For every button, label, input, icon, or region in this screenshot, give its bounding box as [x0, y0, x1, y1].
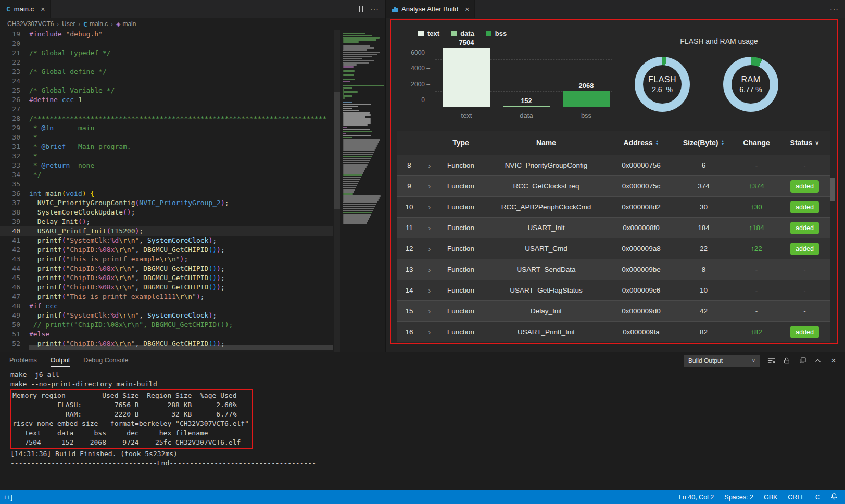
output-channel-select[interactable]: Build Output ∨ — [684, 355, 760, 367]
tab-analyse-after-build[interactable]: Analyse After Build × — [386, 0, 475, 18]
scrollbar-thumb[interactable] — [334, 92, 340, 209]
breadcrumb-item[interactable]: main.c — [90, 20, 108, 28]
code-line[interactable]: 50 // printf("ChipID:%08x\r\n", DBGMCU_G… — [0, 320, 333, 330]
minimap-line — [343, 95, 352, 97]
status-left[interactable]: ++] — [0, 494, 12, 501]
code-line[interactable]: 41 printf("SystemClk:%d\r\n", SystemCore… — [0, 236, 333, 245]
minimap[interactable] — [341, 30, 385, 352]
code-line[interactable]: 36int main(void) { — [0, 189, 333, 198]
more-actions-icon[interactable]: ··· — [370, 5, 379, 14]
clear-output-icon[interactable] — [767, 357, 775, 365]
code-line[interactable]: 40 USART_Printf_Init(115200); — [0, 226, 333, 236]
expand-chevron-icon[interactable]: › — [421, 223, 438, 232]
status-item-crlf[interactable]: CRLF — [788, 494, 805, 501]
notifications-bell-icon[interactable] — [830, 493, 838, 501]
breadcrumb-item[interactable]: main — [122, 20, 136, 28]
cell-address: 0x00000756 — [609, 161, 674, 169]
lock-icon[interactable] — [783, 357, 791, 365]
code-line[interactable]: 29 * @fn main — [0, 123, 333, 133]
status-item-gbk[interactable]: GBK — [764, 494, 777, 501]
code-line[interactable]: 21/* Global typedef */ — [0, 48, 333, 58]
expand-chevron-icon[interactable]: › — [421, 265, 438, 274]
code-line[interactable]: 34 */ — [0, 170, 333, 180]
panel-tab-problems[interactable]: Problems — [9, 355, 37, 366]
minimap-line — [343, 189, 355, 191]
code-text: * — [29, 133, 333, 142]
table-scrollbar[interactable] — [830, 178, 835, 201]
code-area: 19#include "debug.h"2021/* Global typede… — [0, 30, 333, 348]
column-header-sizebyte[interactable]: Size(Byte)▲▼ — [674, 138, 734, 147]
expand-chevron-icon[interactable]: › — [421, 327, 438, 336]
expand-chevron-icon[interactable]: › — [421, 244, 438, 253]
sort-icon[interactable]: ▲▼ — [655, 140, 659, 146]
editor-vertical-scrollbar[interactable] — [334, 30, 340, 352]
close-icon[interactable]: × — [465, 5, 469, 14]
code-line[interactable]: 19#include "debug.h" — [0, 30, 333, 39]
column-header-status[interactable]: Status∨ — [779, 138, 830, 147]
code-line[interactable]: 27 — [0, 105, 333, 114]
status-item-ln-40-col-2[interactable]: Ln 40, Col 2 — [679, 494, 714, 501]
code-line[interactable]: 35 — [0, 180, 333, 189]
code-line[interactable]: 37 NVIC_PriorityGroupConfig(NVIC_Priorit… — [0, 198, 333, 208]
cell-type: Function — [438, 203, 484, 211]
table-row[interactable]: 10›FunctionRCC_APB2PeriphClockCmd0x00000… — [397, 196, 830, 217]
breadcrumb-item[interactable]: CH32V307VCT6 — [7, 20, 54, 28]
open-in-editor-icon[interactable] — [798, 357, 806, 365]
code-text: * @fn main — [29, 123, 333, 133]
panel-tab-output[interactable]: Output — [51, 355, 70, 367]
expand-chevron-icon[interactable]: › — [421, 203, 438, 211]
code-line[interactable]: 45 printf("ChipID:%08x\r\n", DBGMCU_GetC… — [0, 273, 333, 283]
code-editor[interactable]: 19#include "debug.h"2021/* Global typede… — [0, 30, 385, 352]
tab-main-c[interactable]: C main.c × — [0, 0, 51, 18]
maximize-panel-icon[interactable] — [814, 357, 822, 365]
code-line[interactable]: 32 * — [0, 152, 333, 161]
code-line[interactable]: 48#if ccc — [0, 301, 333, 311]
code-line[interactable]: 28/*************************************… — [0, 114, 333, 123]
expand-chevron-icon[interactable]: › — [421, 161, 438, 170]
code-line[interactable]: 24 — [0, 77, 333, 86]
table-row[interactable]: 11›FunctionUSART_Init0x000008f0184↑184ad… — [397, 217, 830, 238]
expand-chevron-icon[interactable]: › — [421, 182, 438, 191]
close-panel-icon[interactable]: × — [829, 357, 838, 365]
code-line[interactable]: 23/* Global define */ — [0, 67, 333, 77]
editor-horizontal-scrollbar[interactable] — [29, 345, 333, 350]
code-line[interactable]: 25/* Global Variable */ — [0, 86, 333, 95]
table-row[interactable]: 13›FunctionUSART_SendData0x000009be8-- — [397, 259, 830, 280]
code-line[interactable]: 43 printf("This is printf example\r\n"); — [0, 255, 333, 264]
status-item-spaces-2[interactable]: Spaces: 2 — [724, 494, 753, 501]
expand-chevron-icon[interactable]: › — [421, 286, 438, 295]
chevron-down-icon[interactable]: ∨ — [815, 140, 819, 146]
code-line[interactable]: 39 Delay_Init(); — [0, 217, 333, 226]
table-row[interactable]: 16›FunctionUSART_Printf_Init0x000009fa82… — [397, 321, 830, 342]
breadcrumb-item[interactable]: User — [62, 20, 75, 28]
code-line[interactable]: 42 printf("ChipID:%08x\r\n", DBGMCU_GetC… — [0, 245, 333, 255]
sort-icon[interactable]: ▲▼ — [721, 140, 724, 146]
code-line[interactable]: 20 — [0, 39, 333, 48]
table-row[interactable]: 14›FunctionUSART_GetFlagStatus0x000009c6… — [397, 280, 830, 300]
expand-chevron-icon[interactable]: › — [421, 307, 438, 316]
code-line[interactable]: 44 printf("ChipID:%08x\r\n", DBGMCU_GetC… — [0, 264, 333, 273]
table-row[interactable]: 12›FunctionUSART_Cmd0x000009a822↑22added — [397, 238, 830, 259]
table-row[interactable]: 9›FunctionRCC_GetClocksFreq0x0000075c374… — [397, 175, 830, 196]
code-line[interactable]: 46 printf("ChipID:%08x\r\n", DBGMCU_GetC… — [0, 283, 333, 292]
close-icon[interactable]: × — [41, 5, 45, 14]
cell-size: 10 — [674, 286, 734, 294]
more-actions-icon[interactable]: ··· — [830, 5, 839, 14]
code-line[interactable]: 22 — [0, 58, 333, 67]
minimap-line — [343, 108, 352, 109]
code-line[interactable]: 30 * — [0, 133, 333, 142]
code-line[interactable]: 51#else — [0, 330, 333, 339]
status-item-c[interactable]: C — [815, 494, 820, 501]
panel-tab-debug-console[interactable]: Debug Console — [83, 355, 128, 366]
code-line[interactable]: 38 SystemCoreClockUpdate(); — [0, 208, 333, 217]
code-line[interactable]: 31 * @brief Main program. — [0, 142, 333, 152]
column-header-address[interactable]: Address▲▼ — [609, 138, 674, 147]
code-line[interactable]: 49 printf("SystemClk:%d\r\n", SystemCore… — [0, 311, 333, 320]
code-line[interactable]: 26#define ccc 1 — [0, 95, 333, 105]
split-editor-icon[interactable] — [356, 6, 363, 12]
code-line[interactable]: 33 * @return none — [0, 161, 333, 170]
table-row[interactable]: 8›FunctionNVIC_PriorityGroupConfig0x0000… — [397, 155, 830, 175]
code-line[interactable]: 47 printf("This is printf example1111\r\… — [0, 292, 333, 301]
table-row[interactable]: 15›FunctionDelay_Init0x000009d042-- — [397, 300, 830, 321]
row-index: 15 — [397, 307, 421, 315]
